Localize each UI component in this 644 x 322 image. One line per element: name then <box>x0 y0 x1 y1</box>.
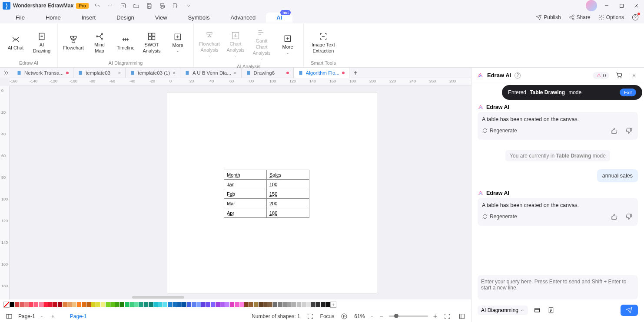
color-swatch[interactable] <box>297 302 301 307</box>
chevron-down-icon[interactable] <box>40 314 44 319</box>
table-cell[interactable]: 180 <box>267 208 309 218</box>
zoom-slider-knob[interactable] <box>394 314 398 318</box>
new-button[interactable] <box>120 2 127 9</box>
doc-tab-0[interactable]: Network Transa... <box>12 68 73 78</box>
color-swatch[interactable] <box>58 302 62 307</box>
flowchart-analysis-tool[interactable]: Flowchart Analysis <box>198 29 221 60</box>
color-swatch[interactable] <box>82 302 86 307</box>
user-avatar[interactable] <box>586 0 597 11</box>
presentation-button[interactable] <box>339 312 349 321</box>
menu-ai[interactable]: AI hot <box>266 13 292 23</box>
thumbs-down-button-2[interactable] <box>624 212 634 221</box>
page-tab-active[interactable]: Page-1 <box>70 313 87 319</box>
focus-label[interactable]: Focus <box>320 313 335 319</box>
regenerate-button-2[interactable]: Regenerate <box>482 214 517 220</box>
ai-panel-close-button[interactable] <box>629 71 639 80</box>
menu-view[interactable]: View <box>145 13 178 23</box>
color-swatch[interactable] <box>72 302 76 307</box>
color-swatch[interactable] <box>259 302 263 307</box>
color-swatch[interactable] <box>163 302 167 307</box>
menu-home[interactable]: Home <box>35 13 71 23</box>
color-swatch[interactable] <box>220 302 225 307</box>
color-swatch[interactable] <box>101 302 105 307</box>
color-swatch[interactable] <box>287 302 292 307</box>
minimize-button[interactable] <box>601 0 612 11</box>
color-swatch[interactable] <box>149 302 153 307</box>
color-swatch[interactable] <box>53 302 57 307</box>
color-swatch[interactable] <box>187 302 191 307</box>
share-button[interactable]: Share <box>569 14 591 20</box>
table-cell[interactable]: Feb <box>224 189 267 199</box>
image-text-extraction-tool[interactable]: Image Text Extraction <box>308 30 339 56</box>
scrollbar-thumb[interactable] <box>132 296 184 299</box>
color-swatch[interactable] <box>273 302 277 307</box>
canvas-table[interactable]: MonthSales Jan100 Feb150 Mar200 Apr180 <box>224 170 309 218</box>
table-cell[interactable]: 100 <box>267 180 309 189</box>
ai-history-button[interactable] <box>546 306 556 315</box>
undo-button[interactable] <box>94 2 101 9</box>
canvas-page[interactable]: MonthSales Jan100 Feb150 Mar200 Apr180 <box>167 92 377 293</box>
color-swatch[interactable] <box>302 302 306 307</box>
color-swatch[interactable] <box>254 302 258 307</box>
color-swatch[interactable] <box>173 302 177 307</box>
color-swatch[interactable] <box>120 302 124 307</box>
menu-symbols[interactable]: Symbols <box>178 13 220 23</box>
table-cell[interactable]: 200 <box>267 199 309 208</box>
qat-more-button[interactable] <box>185 2 192 9</box>
diagramming-more-tool[interactable]: More <box>166 30 189 56</box>
ai-cart-button[interactable] <box>614 71 624 80</box>
publish-button[interactable]: Publish <box>536 14 561 20</box>
timeline-tool[interactable]: Timeline <box>114 33 137 53</box>
canvas-viewport[interactable]: MonthSales Jan100 Feb150 Mar200 Apr180 <box>10 86 471 299</box>
color-swatch[interactable] <box>249 302 253 307</box>
color-swatch[interactable] <box>201 302 206 307</box>
color-swatch[interactable] <box>216 302 220 307</box>
maximize-button[interactable] <box>616 0 627 11</box>
color-swatch[interactable] <box>24 302 29 307</box>
color-swatch[interactable] <box>63 302 67 307</box>
menu-file[interactable]: File <box>5 13 35 23</box>
ai-mode-select[interactable]: AI Diagramming <box>478 306 528 315</box>
color-swatch[interactable] <box>158 302 163 307</box>
color-swatch[interactable] <box>278 302 282 307</box>
color-swatch[interactable] <box>230 302 234 307</box>
ai-chat-tool[interactable]: AI Chat <box>4 33 27 53</box>
color-swatch[interactable] <box>115 302 120 307</box>
zoom-out-button[interactable]: − <box>379 312 383 320</box>
color-swatch[interactable] <box>91 302 96 307</box>
ai-attachment-button[interactable] <box>532 306 542 315</box>
menu-design[interactable]: Design <box>106 13 144 23</box>
print-button[interactable] <box>159 2 166 9</box>
color-swatch[interactable] <box>244 302 249 307</box>
color-swatch[interactable] <box>10 302 14 307</box>
color-swatch[interactable] <box>268 302 272 307</box>
doc-tab-1[interactable]: template03× <box>73 68 126 78</box>
color-swatch[interactable] <box>325 302 330 307</box>
doc-tab-3[interactable]: A U B Venn Dia...× <box>180 68 242 78</box>
color-swatch[interactable] <box>29 302 33 307</box>
ai-help-icon[interactable]: ? <box>515 72 521 79</box>
table-header-month[interactable]: Month <box>224 170 267 180</box>
gantt-analysis-tool[interactable]: Gantt Chart Analysis <box>250 26 273 63</box>
thumbs-down-button-1[interactable] <box>624 126 634 135</box>
ai-input-textarea[interactable] <box>478 275 638 299</box>
color-swatch[interactable] <box>139 302 143 307</box>
color-swatch[interactable] <box>34 302 38 307</box>
color-swatch[interactable] <box>129 302 134 307</box>
options-button[interactable]: Options <box>598 14 624 20</box>
page-layout-button[interactable] <box>4 312 14 321</box>
color-swatch[interactable] <box>316 302 320 307</box>
thumbs-up-button-1[interactable] <box>609 126 619 135</box>
color-swatch[interactable] <box>110 302 115 307</box>
color-swatch[interactable] <box>20 302 24 307</box>
tab-add-button[interactable]: + <box>349 69 362 77</box>
color-swatch[interactable] <box>321 302 325 307</box>
help-button[interactable] <box>632 14 639 21</box>
color-swatch[interactable] <box>96 302 100 307</box>
chart-analysis-tool[interactable]: Chart Analysis <box>224 29 247 60</box>
doc-tab-2[interactable]: template03 (1)× <box>126 68 180 78</box>
zoom-dropdown-icon[interactable] <box>370 314 374 319</box>
redo-button[interactable] <box>107 2 114 9</box>
save-button[interactable] <box>146 2 153 9</box>
color-swatch[interactable] <box>86 302 91 307</box>
